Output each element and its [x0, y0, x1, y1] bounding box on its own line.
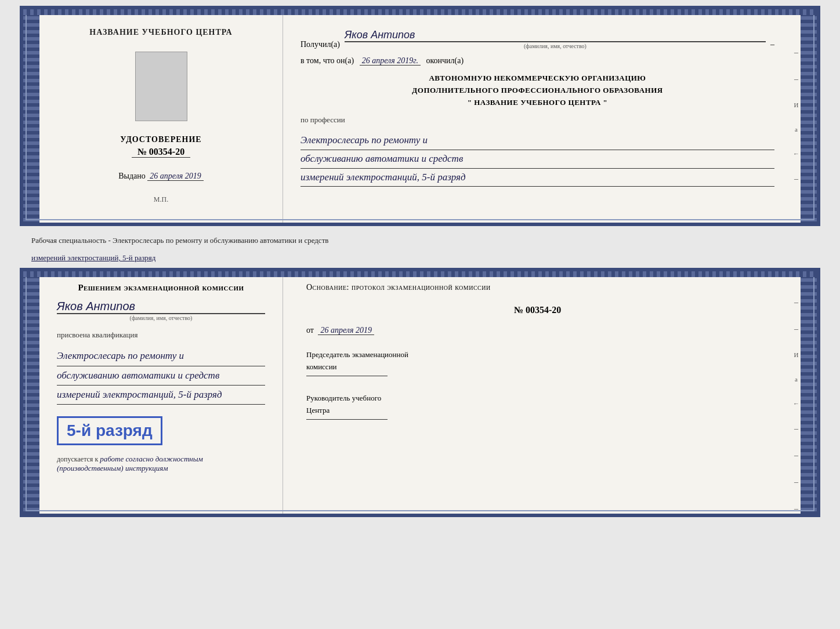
cert-title: УДОСТОВЕРЕНИЕ [120, 135, 201, 144]
protocol-date-value: 26 апреля 2019 [318, 326, 374, 335]
specialty-text-2: измерений электростанций, 5-й разряд [31, 248, 820, 266]
cert-number-section: УДОСТОВЕРЕНИЕ № 00354-20 [120, 135, 201, 158]
document-container: НАЗВАНИЕ УЧЕБНОГО ЦЕНТРА УДОСТОВЕРЕНИЕ №… [20, 6, 820, 517]
allowed-section: допускается к работе согласно должностны… [57, 455, 265, 473]
received-label: Получил(а) [300, 40, 340, 49]
org-line2: ДОПОЛНИТЕЛЬНОГО ПРОФЕССИОНАЛЬНОГО ОБРАЗО… [300, 85, 774, 97]
qualification-label: присвоена квалификация [57, 330, 265, 340]
bottom-right-chars: – – – И а ← – – – – [792, 271, 801, 514]
issued-section: Выдано 26 апреля 2019 [118, 172, 204, 181]
mp-label: М.П. [154, 195, 168, 203]
issued-label: Выдано [118, 172, 146, 180]
bottom-fio-sublabel: (фамилия, имя, отчество) [57, 314, 265, 321]
school-name-left: НАЗВАНИЕ УЧЕБНОГО ЦЕНТРА [89, 28, 232, 37]
protocol-date: от 26 апреля 2019 [306, 326, 769, 335]
photo-placeholder [135, 52, 187, 121]
basis-label: Основание: протокол экзаменационной коми… [306, 283, 769, 292]
date-line: в том, что он(а) 26 апреля 2019г. окончи… [300, 56, 774, 66]
top-right-panel: Получил(а) Яков Антипов (фамилия, имя, о… [283, 9, 792, 223]
stamp-area: М.П. [154, 195, 168, 204]
bottom-person-name: Яков Антипов [57, 300, 265, 314]
commission-title: Решением экзаменационной комиссии [57, 283, 265, 293]
bottom-right-panel: Основание: протокол экзаменационной коми… [283, 271, 792, 514]
recipient-name: Яков Антипов [345, 29, 766, 42]
qual-line2: обслуживанию автоматики и средств [57, 366, 265, 386]
right-strip [801, 9, 817, 223]
chairman-label: Председатель экзаменационной [306, 349, 769, 361]
chairman-section: Председатель экзаменационной комиссии [306, 349, 769, 379]
director-label: Руководитель учебного [306, 392, 769, 405]
bottom-left-strip [23, 271, 39, 514]
bottom-top-strip [23, 271, 817, 277]
bottom-document: Решением экзаменационной комиссии Яков А… [20, 268, 820, 517]
profession-line2: обслуживанию автоматики и средств [300, 150, 774, 169]
protocol-number: № 00354-20 [306, 305, 769, 315]
top-strip [23, 9, 817, 15]
grade-stamp: 5-й разряд [57, 416, 162, 445]
qual-line1: Электрослесарь по ремонту и [57, 347, 265, 366]
bottom-right-strip [801, 271, 817, 514]
date-from-label: от [306, 326, 314, 335]
profession-line1: Электрослесарь по ремонту и [300, 132, 774, 150]
issued-date: 26 апреля 2019 [147, 172, 203, 181]
chairman-label2: комиссии [306, 361, 769, 373]
org-block: АВТОНОМНУЮ НЕКОММЕРЧЕСКУЮ ОРГАНИЗАЦИЮ ДО… [300, 72, 774, 108]
org-line1: АВТОНОМНУЮ НЕКОММЕРЧЕСКУЮ ОРГАНИЗАЦИЮ [300, 72, 774, 85]
profession-block: Электрослесарь по ремонту и обслуживанию… [300, 132, 774, 187]
director-label2: Центра [306, 405, 769, 417]
grade-text: 5-й разряд [67, 421, 153, 439]
specialty-text-1: Рабочая специальность - Электрослесарь п… [31, 231, 820, 248]
qual-line3: измерений электростанций, 5-й разряд [57, 386, 265, 405]
top-left-panel: НАЗВАНИЕ УЧЕБНОГО ЦЕНТРА УДОСТОВЕРЕНИЕ №… [39, 9, 283, 223]
allowed-label: допускается к [57, 455, 98, 463]
date-suffix: окончил(а) [426, 56, 464, 65]
received-line: Получил(а) Яков Антипов (фамилия, имя, о… [300, 29, 774, 49]
date-prefix: в том, что он(а) [300, 56, 354, 65]
dash: – [770, 40, 774, 49]
fio-sublabel: (фамилия, имя, отчество) [345, 42, 766, 49]
received-section: Получил(а) Яков Антипов (фамилия, имя, о… [300, 21, 774, 49]
qualification-block: Электрослесарь по ремонту и обслуживанию… [57, 347, 265, 405]
specialty-section: Рабочая специальность - Электрослесарь п… [20, 226, 820, 268]
cert-date: 26 апреля 2019г. [360, 56, 421, 66]
director-section: Руководитель учебного Центра [306, 392, 769, 422]
profession-line3: измерений электростанций, 5-й разряд [300, 169, 774, 187]
name-wrapper: Яков Антипов (фамилия, имя, отчество) [345, 29, 766, 49]
director-signature [306, 419, 388, 420]
chairman-signature [306, 376, 388, 376]
bottom-left-panel: Решением экзаменационной комиссии Яков А… [39, 271, 283, 514]
cert-number: № 00354-20 [132, 147, 190, 158]
allowed-text2: (производственным) инструкциям [57, 464, 168, 472]
profession-label: по профессии [300, 115, 774, 125]
right-chars: – – И а ← – [792, 9, 801, 223]
bottom-name-section: Яков Антипов (фамилия, имя, отчество) [57, 300, 265, 321]
allowed-text: работе согласно должностным [100, 455, 203, 463]
org-line3: " НАЗВАНИЕ УЧЕБНОГО ЦЕНТРА " [300, 97, 774, 109]
left-strip [23, 9, 39, 223]
top-document: НАЗВАНИЕ УЧЕБНОГО ЦЕНТРА УДОСТОВЕРЕНИЕ №… [20, 6, 820, 226]
